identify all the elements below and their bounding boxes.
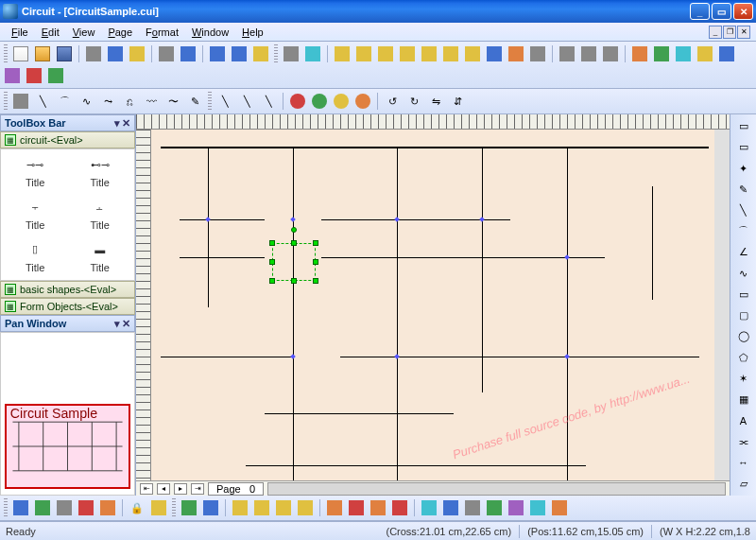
roundrect-draw-button[interactable]: ▢ [732, 305, 755, 325]
image-tool-button[interactable]: ▦ [732, 390, 755, 409]
dist-v-button[interactable] [251, 497, 272, 518]
line3-button[interactable]: ╲ [258, 91, 279, 112]
polyline-tool-button[interactable]: ⎌ [119, 91, 140, 112]
rotate-right-button[interactable]: ↻ [404, 91, 424, 112]
shadow-button[interactable] [484, 497, 505, 518]
toolbar-grip[interactable] [4, 92, 8, 111]
arc-tool-button[interactable]: ⌒ [54, 91, 75, 112]
align-bottom-button[interactable] [440, 44, 461, 64]
layer1-button[interactable] [179, 497, 199, 518]
polygon-draw-button[interactable]: ⬠ [732, 347, 755, 367]
pin-icon[interactable]: ▾ [114, 318, 120, 330]
spacing-v-button[interactable] [295, 497, 316, 518]
toolbar-grip[interactable] [172, 498, 176, 517]
star-draw-button[interactable]: ✶ [732, 369, 755, 389]
menu-page[interactable]: Page [102, 25, 138, 40]
callout-button[interactable]: ▱ [732, 474, 755, 494]
order-front-button[interactable] [324, 497, 345, 518]
minimize-button[interactable]: _ [690, 3, 710, 20]
page-tab-active[interactable]: Page 0 [208, 482, 264, 496]
undo-button[interactable] [207, 44, 228, 64]
select-tool-button[interactable]: ▭ [732, 116, 755, 136]
pan-window-header[interactable]: Pan Window ▾ ✕ [0, 315, 135, 332]
doc-close-button[interactable]: ✕ [737, 26, 750, 39]
polyline-draw-button[interactable]: ∠ [732, 242, 755, 262]
rect-draw-button[interactable]: ▭ [732, 285, 755, 305]
curve-tool-button[interactable]: ∿ [76, 91, 96, 112]
flip-v-button[interactable]: ⇵ [447, 91, 468, 112]
order-down-button[interactable] [389, 497, 410, 518]
preview-button[interactable] [178, 44, 198, 64]
page-last-button[interactable]: ⇥ [191, 483, 204, 495]
zoom-out-button[interactable] [600, 44, 621, 64]
line-color-button[interactable] [440, 497, 461, 518]
align-center-button[interactable] [353, 44, 374, 64]
panel-close-icon[interactable]: ✕ [122, 117, 130, 130]
font-button[interactable] [695, 44, 715, 64]
connector-tool-button[interactable]: ⤳ [97, 91, 118, 112]
text-color-button[interactable] [462, 497, 483, 518]
brush2-button[interactable] [309, 91, 330, 112]
layer2-button[interactable] [200, 497, 221, 518]
toolbar-grip[interactable] [274, 44, 278, 63]
color-button[interactable] [629, 44, 650, 64]
menu-format[interactable]: Format [140, 25, 184, 40]
pin-icon[interactable]: ▾ [114, 117, 120, 130]
snap-button[interactable] [10, 497, 31, 518]
flip-h-button[interactable]: ⇋ [425, 91, 446, 112]
drawing-canvas[interactable]: Purchase full source code, by http://www… [151, 130, 714, 480]
pan-viewport-rect[interactable]: Circuit Sample [5, 404, 130, 489]
layer-button[interactable] [716, 44, 737, 64]
pattern-button[interactable] [506, 497, 526, 518]
dimension-button[interactable]: ↔ [732, 453, 755, 473]
bezier-tool-button[interactable]: 〜 [163, 91, 183, 112]
spacing-h-button[interactable] [273, 497, 294, 518]
redo-button[interactable] [229, 44, 249, 64]
doc-restore-button[interactable]: ❐ [723, 26, 736, 39]
line-button[interactable] [673, 44, 694, 64]
texttool-button[interactable]: A [732, 410, 755, 430]
ruler-vertical[interactable] [136, 130, 151, 480]
brush1-button[interactable] [287, 91, 308, 112]
line2-button[interactable]: ╲ [236, 91, 257, 112]
shape-tool-button[interactable] [302, 44, 323, 64]
doc-minimize-button[interactable]: _ [709, 26, 722, 39]
zoom-in-button[interactable] [578, 44, 599, 64]
toolbar-grip[interactable] [208, 92, 212, 111]
group-button[interactable] [24, 65, 44, 86]
brush3-button[interactable] [331, 91, 352, 112]
selection-box[interactable] [272, 243, 316, 281]
menu-file[interactable]: File [6, 25, 34, 40]
line-draw-button[interactable]: ╲ [732, 200, 755, 220]
text-tool-button[interactable]: ▭ [732, 137, 755, 157]
connector-button[interactable]: ⫘ [732, 431, 755, 451]
shape-circle-button[interactable] [484, 44, 505, 64]
new-button[interactable] [10, 44, 31, 64]
order-button[interactable] [2, 65, 23, 86]
menu-help[interactable]: Help [236, 25, 269, 40]
spline-tool-button[interactable]: 〰 [141, 91, 162, 112]
scrollbar-vertical[interactable] [714, 130, 730, 480]
category-circuit[interactable]: ▦ circuit-<Eval> [0, 131, 135, 148]
toolbar-grip[interactable] [4, 498, 8, 517]
line-tool-button[interactable]: ╲ [32, 91, 53, 112]
align-middle-button[interactable] [419, 44, 439, 64]
order-up-button[interactable] [368, 497, 388, 518]
copy-button[interactable] [105, 44, 126, 64]
zoom-button[interactable] [557, 44, 577, 64]
paste-button[interactable] [127, 44, 147, 64]
save-button[interactable] [54, 44, 75, 64]
gradient-button[interactable] [527, 497, 548, 518]
dist-h-button[interactable] [230, 497, 250, 518]
shape-item[interactable]: ⊸⊸Title [5, 153, 66, 192]
scrollbar-horizontal[interactable] [267, 482, 726, 496]
brush4-button[interactable] [352, 91, 373, 112]
ruler-button[interactable] [97, 497, 118, 518]
format-painter-button[interactable] [549, 497, 570, 518]
help-button[interactable] [250, 44, 271, 64]
shape-triangle-button[interactable] [506, 44, 526, 64]
grid-button[interactable] [54, 497, 75, 518]
toolbar-grip[interactable] [4, 44, 8, 63]
order-back-button[interactable] [346, 497, 367, 518]
shape-poly-button[interactable] [527, 44, 548, 64]
